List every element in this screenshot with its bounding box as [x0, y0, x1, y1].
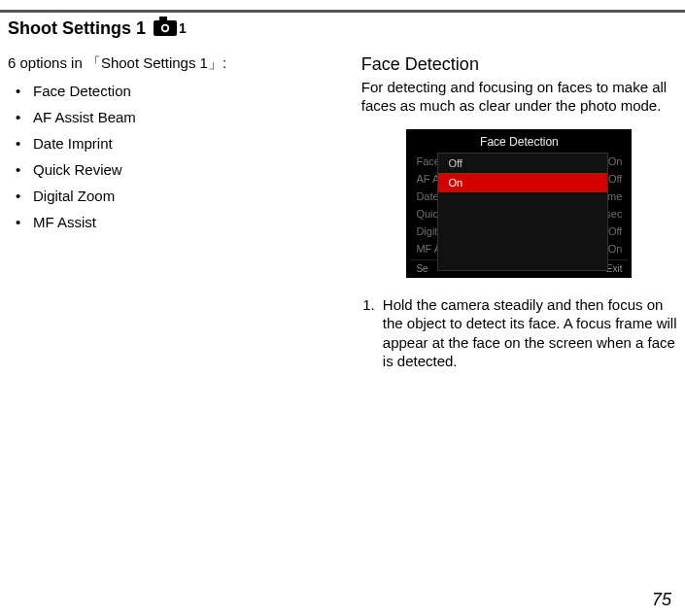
top-divider: [0, 10, 685, 13]
instruction-step: Hold the camera steadily and then focus …: [379, 295, 677, 371]
lcd-row-left: Quic: [416, 208, 438, 220]
lcd-row-right: On: [608, 243, 623, 255]
lcd-footer-left: Se: [416, 263, 428, 274]
lcd-popup-option-off[interactable]: Off: [438, 154, 607, 173]
option-item: Digital Zoom: [33, 188, 323, 204]
camera-lcd-figure: Face Detection Face On AF A Off Date Tim: [361, 129, 677, 278]
options-list: Face Detection AF Assist Beam Date Impri…: [8, 83, 323, 230]
lcd-row-left: Face: [416, 155, 439, 167]
instruction-list: Hold the camera steadily and then focus …: [361, 295, 677, 371]
lcd-menu-rows: Face On AF A Off Date Time Quic: [410, 153, 628, 257]
heading-text: Shoot Settings 1: [8, 18, 146, 39]
option-item: Quick Review: [33, 161, 323, 178]
lcd-row-left: Date: [416, 190, 438, 202]
page-content: Shoot Settings 1 1 6 options in 「Shoot S…: [0, 17, 685, 371]
camera-icon: 1: [154, 17, 187, 41]
subsection-description: For detecting and focusing on faces to m…: [361, 79, 677, 116]
two-column-layout: 6 options in 「Shoot Settings 1」: Face De…: [8, 54, 677, 371]
lcd-row-right: Off: [608, 173, 622, 185]
option-item: Date Imprint: [33, 135, 323, 152]
page-number: 75: [652, 590, 671, 610]
option-item: AF Assist Beam: [33, 109, 323, 125]
lcd-popup-option-on[interactable]: On: [438, 173, 607, 192]
lcd-popup: Off On: [437, 153, 608, 271]
camera-icon-badge: 1: [179, 20, 187, 36]
lcd-menu-title: Face Detection: [410, 135, 628, 149]
lcd-row-left: AF A: [416, 173, 439, 185]
options-intro: 6 options in 「Shoot Settings 1」:: [8, 54, 323, 73]
right-column: Face Detection For detecting and focusin…: [361, 54, 677, 371]
lcd-row-right: On: [608, 155, 623, 167]
lcd-row-right: Off: [608, 225, 622, 237]
svg-point-3: [163, 26, 168, 31]
svg-rect-1: [159, 17, 167, 21]
left-column: 6 options in 「Shoot Settings 1」: Face De…: [8, 54, 323, 371]
lcd-popup-empty: [438, 192, 607, 270]
subsection-heading: Face Detection: [361, 54, 677, 75]
camera-lcd-screen: Face Detection Face On AF A Off Date Tim: [406, 129, 632, 278]
option-item: Face Detection: [33, 83, 323, 99]
section-heading: Shoot Settings 1 1: [8, 17, 677, 41]
option-item: MF Assist: [33, 214, 323, 230]
